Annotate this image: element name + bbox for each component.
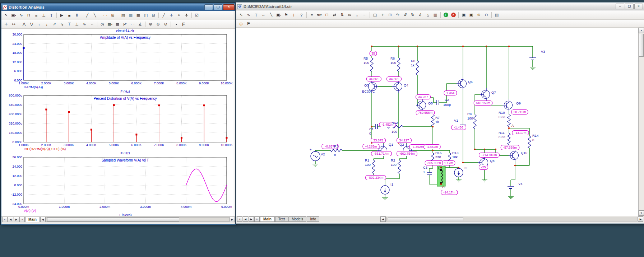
flip-y-button-icon[interactable]: ⇅ xyxy=(338,11,346,18)
component-mode-icon[interactable]: ∿ xyxy=(245,11,252,18)
titlebar[interactable]: Distortion Analysis –▢× xyxy=(1,4,236,11)
info-mode-icon[interactable]: i xyxy=(290,11,297,18)
zoom-in-icon[interactable]: ⊕ xyxy=(147,21,154,28)
split-vertical-icon[interactable]: ▥ xyxy=(127,12,134,19)
toggle-mode-icon[interactable]: ON xyxy=(346,11,353,18)
schematic-canvas[interactable]: 3534.86134.86134.2871.364640.159m789.558… xyxy=(236,28,637,216)
slope-tool-icon[interactable]: ╱ xyxy=(160,12,167,19)
zoom-fit-icon[interactable]: ⊙ xyxy=(162,21,169,28)
tag-mode-icon[interactable]: ✜ xyxy=(183,12,190,19)
polyline-tool-icon[interactable]: ╲ xyxy=(91,12,98,19)
prev-page-button[interactable]: ◀ xyxy=(243,216,248,222)
tracking-cursor-icon[interactable]: ✛ xyxy=(3,21,10,28)
maximize-button[interactable]: ▢ xyxy=(214,4,222,10)
close-button[interactable]: × xyxy=(223,4,235,10)
scrollbar-thumb[interactable] xyxy=(639,34,644,57)
last-page-button[interactable]: » xyxy=(254,216,260,222)
zoom-out-icon[interactable]: ⊖ xyxy=(154,21,162,28)
pause-button-icon[interactable]: Ⅱ xyxy=(73,12,80,19)
ground-tool-icon[interactable]: ⊥ xyxy=(40,12,47,19)
peak-button-icon[interactable]: ⋀ xyxy=(20,21,28,28)
check-ok-button-icon[interactable]: ! xyxy=(442,11,449,18)
window-split-button-icon[interactable]: ▥ xyxy=(432,11,439,18)
copy-page-a-icon[interactable]: ▣ xyxy=(460,11,467,18)
scrollbar-thumb[interactable] xyxy=(47,218,179,221)
wire-mode-icon[interactable]: ⌐ xyxy=(260,11,267,18)
font-button-icon[interactable]: F xyxy=(180,21,187,28)
cycle-colors-icon[interactable]: ◔ xyxy=(172,21,180,28)
minimize-button[interactable]: – xyxy=(616,4,624,9)
undo-button-icon[interactable]: ↺ xyxy=(402,11,409,18)
global-min-button-icon[interactable]: ↓ xyxy=(43,21,50,28)
global-max-button-icon[interactable]: ↑ xyxy=(36,21,43,28)
split-horizontal-icon[interactable]: ▤ xyxy=(120,12,127,19)
grid-toggle-icon[interactable]: ▦ xyxy=(114,21,121,28)
valley-button-icon[interactable]: ⋁ xyxy=(28,21,35,28)
scroll-up-button[interactable]: ▲ xyxy=(639,28,644,33)
run-button-icon[interactable]: ▶ xyxy=(58,12,65,19)
list-view-button-icon[interactable]: ▤ xyxy=(493,11,500,18)
first-page-button[interactable]: « xyxy=(237,216,242,222)
select-box-tool-icon[interactable]: ⊡ xyxy=(323,11,330,18)
average-button-icon[interactable]: ≈ xyxy=(88,21,96,28)
rect-tool-icon[interactable]: ▭ xyxy=(102,12,109,19)
grid-text-button-icon[interactable]: TEXT xyxy=(316,11,323,18)
check-error-button-icon[interactable]: × xyxy=(450,11,457,18)
collapse-pane-icon[interactable]: ⊟ xyxy=(150,12,157,19)
split-grid-icon[interactable]: ▦ xyxy=(135,12,142,19)
scope-menu-icon[interactable]: ▦▾ xyxy=(106,21,113,28)
angle-tool-icon[interactable]: ∡ xyxy=(417,11,424,18)
font-button-icon[interactable]: F xyxy=(245,20,252,27)
time-measure-icon[interactable]: ◷ xyxy=(99,21,106,28)
digital-mode-icon[interactable]: ≡ xyxy=(308,11,315,18)
tab-info[interactable]: Info xyxy=(307,216,319,222)
smooth-button-icon[interactable]: ∿ xyxy=(81,21,88,28)
flip-x-button-icon[interactable]: ⇄ xyxy=(331,11,338,18)
prev-page-button[interactable]: ◀ xyxy=(8,217,13,222)
waveform-tool-icon[interactable]: ∿ xyxy=(18,12,25,19)
periodogram-button-icon[interactable]: P' xyxy=(121,21,129,28)
next-page-button[interactable]: ▶ xyxy=(249,216,254,222)
tab-models[interactable]: Models xyxy=(288,216,306,222)
minimize-button[interactable]: – xyxy=(204,4,213,10)
diag-wire-mode-icon[interactable]: ╲ xyxy=(268,11,275,18)
rising-edge-button-icon[interactable]: ↗ xyxy=(51,21,58,28)
redo-button-icon[interactable]: ↻ xyxy=(409,11,416,18)
titlebar[interactable]: D:\MC9\DATA\circuit14.cir –▢× xyxy=(236,3,644,10)
text-mode-icon[interactable]: T xyxy=(252,11,260,18)
tab-main[interactable]: Main xyxy=(260,216,275,222)
horizontal-scrollbar[interactable] xyxy=(46,217,229,222)
go-to-point-icon[interactable]: ↦ xyxy=(10,21,17,28)
probe-mode-icon[interactable]: ⌖ xyxy=(175,12,182,19)
cursor-mode-icon[interactable]: ✛ xyxy=(168,12,175,19)
home-view-button-icon[interactable]: ⌂ xyxy=(424,11,431,18)
copy-page-b-icon[interactable]: ▣ xyxy=(468,11,475,18)
flag-mode-icon[interactable]: ⚑ xyxy=(283,11,290,18)
scrollbar-track[interactable] xyxy=(639,33,644,210)
tab-main[interactable]: Main xyxy=(25,217,40,222)
pulse-tool-icon[interactable]: ⊓ xyxy=(25,12,32,19)
smiley-animate-button-icon[interactable]: ☺ xyxy=(237,20,245,27)
horizontal-scrollbar[interactable] xyxy=(386,217,638,221)
scroll-right-button[interactable]: ▶ xyxy=(638,216,643,222)
rotate-button-icon[interactable]: ↷ xyxy=(394,11,401,18)
stop-button-icon[interactable]: ■ xyxy=(66,12,73,19)
next-page-button[interactable]: ▶ xyxy=(14,217,19,222)
two-pane-icon[interactable]: ◫ xyxy=(142,12,149,19)
point-probe-icon[interactable]: ⌖ xyxy=(379,11,386,18)
stretch-wire-icon[interactable]: ↔ xyxy=(353,11,361,18)
select-mode-icon[interactable]: ↖ xyxy=(237,11,245,18)
phase-measure-icon[interactable]: ∡ xyxy=(136,21,144,28)
scroll-down-button[interactable]: ▼ xyxy=(639,210,644,216)
last-page-button[interactable]: » xyxy=(19,217,25,222)
falling-edge-button-icon[interactable]: ↘ xyxy=(58,21,65,28)
top-button-icon[interactable]: ⊤ xyxy=(66,21,73,28)
table-tool-icon[interactable]: ⊞ xyxy=(109,12,116,19)
component-picker-icon[interactable]: ▣▾ xyxy=(10,12,17,19)
select-mode-icon[interactable]: ↖ xyxy=(3,12,10,19)
zoom-in-icon[interactable]: ⊕ xyxy=(475,11,482,18)
scrollbar-thumb[interactable] xyxy=(388,217,463,221)
add-grid-button-icon[interactable]: ⊞ xyxy=(386,11,394,18)
help-mode-icon[interactable]: ? xyxy=(298,11,305,18)
properties-button-icon[interactable]: ☑ xyxy=(193,12,200,19)
